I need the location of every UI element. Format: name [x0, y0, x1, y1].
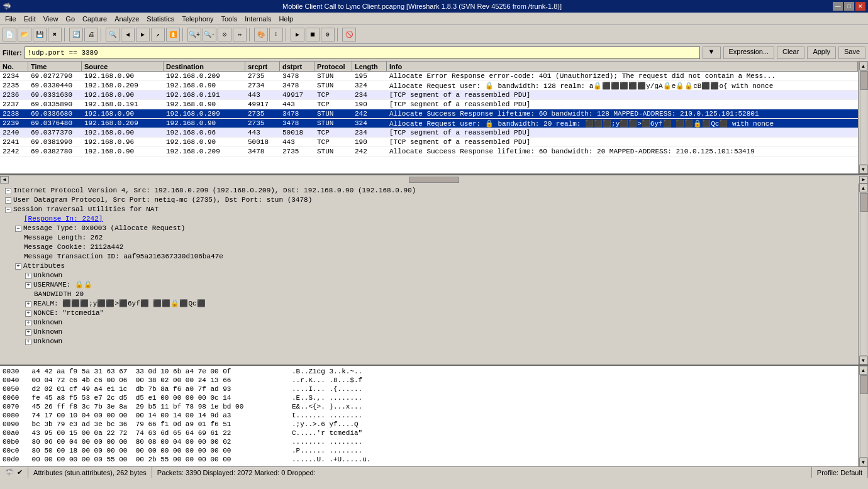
- minimize-button[interactable]: —: [833, 2, 843, 11]
- hex-vscrollbar[interactable]: ▲ ▼: [858, 366, 868, 466]
- stop-capture-button[interactable]: ⏹: [306, 28, 320, 41]
- stop-button[interactable]: 🚫: [342, 28, 356, 41]
- clear-button[interactable]: Clear: [777, 47, 804, 59]
- colorize-button[interactable]: 🎨: [254, 28, 268, 41]
- go-back-button[interactable]: ◀: [121, 28, 135, 41]
- expand-icon[interactable]: +: [25, 310, 31, 317]
- vscroll-down-arrow[interactable]: ▼: [859, 165, 868, 173]
- collapse-icon[interactable]: −: [5, 197, 11, 204]
- reload-button[interactable]: 🔄: [69, 28, 83, 41]
- go-forward-button[interactable]: ▶: [136, 28, 150, 41]
- zoom-in-button[interactable]: 🔍+: [187, 28, 201, 41]
- capture-options-button[interactable]: ⚙: [321, 28, 335, 41]
- titlebar-icon-area: 🦈: [3, 3, 11, 11]
- hscroll-right-arrow[interactable]: ▶: [859, 176, 868, 184]
- detail-line[interactable]: +USERNAME: 🔒🔒: [3, 280, 855, 290]
- hex-vscroll-thumb[interactable]: [860, 375, 868, 394]
- detail-vscrollbar[interactable]: ▲ ▼: [858, 184, 868, 365]
- start-capture-button[interactable]: ▶: [291, 28, 304, 41]
- expand-icon[interactable]: +: [25, 329, 31, 336]
- save-filter-button[interactable]: Save: [838, 47, 865, 59]
- menu-edit[interactable]: Edit: [20, 14, 40, 24]
- detail-vscroll-track[interactable]: [860, 192, 867, 356]
- expand-icon[interactable]: +: [25, 339, 31, 345]
- open-button[interactable]: 📂: [18, 28, 31, 41]
- menu-telephony[interactable]: Telephony: [178, 14, 217, 24]
- menu-capture[interactable]: Capture: [79, 14, 111, 24]
- detail-line[interactable]: +Unknown: [3, 271, 855, 280]
- vscroll-thumb[interactable]: [860, 71, 868, 90]
- auto-scroll-button[interactable]: ↕: [269, 28, 283, 41]
- expand-icon[interactable]: +: [25, 301, 31, 307]
- hex-offset: 0090: [3, 420, 28, 428]
- collapse-icon[interactable]: −: [5, 207, 11, 213]
- packet-list-vscrollbar[interactable]: ▲ ▼: [858, 62, 868, 173]
- menu-analyze[interactable]: Analyze: [111, 14, 143, 24]
- table-row[interactable]: 223769.0335890192.168.0.191192.168.0.904…: [0, 100, 858, 109]
- print-button[interactable]: 🖨: [84, 28, 98, 41]
- packet-list-hscroll[interactable]: ◀ ▶: [0, 175, 868, 184]
- hex-vscroll-track[interactable]: [860, 375, 867, 458]
- zoom-reset-button[interactable]: ⊙: [218, 28, 231, 41]
- hscroll-track[interactable]: [9, 176, 859, 184]
- find-button[interactable]: 🔍: [106, 28, 120, 41]
- table-row[interactable]: 223869.0336680192.168.0.90192.168.0.2092…: [0, 109, 858, 119]
- table-cell: 192.168.0.209: [164, 109, 245, 118]
- detail-vscroll-up[interactable]: ▲: [859, 184, 868, 192]
- save-button[interactable]: 💾: [33, 28, 47, 41]
- menu-help[interactable]: Help: [275, 14, 297, 24]
- filter-input[interactable]: [25, 47, 700, 59]
- filter-dropdown-button[interactable]: ▼: [703, 47, 721, 59]
- detail-line[interactable]: +NONCE: "rtcmedia": [3, 309, 855, 318]
- packet-list[interactable]: No. Time Source Destination srcprt dstpr…: [0, 62, 858, 173]
- table-row[interactable]: 224069.0377370192.168.0.90192.168.0.9644…: [0, 128, 858, 138]
- hscroll-thumb[interactable]: [409, 177, 459, 183]
- vscroll-up-arrow[interactable]: ▲: [859, 62, 868, 70]
- apply-button[interactable]: Apply: [807, 47, 836, 59]
- menu-file[interactable]: File: [1, 14, 20, 24]
- detail-line[interactable]: −User Datagram Protocol, Src Port: netiq…: [3, 195, 855, 205]
- menu-view[interactable]: View: [40, 14, 62, 24]
- expand-icon[interactable]: +: [25, 273, 31, 279]
- new-capture-button[interactable]: 📄: [3, 28, 16, 41]
- table-cell: 192.168.0.209: [164, 147, 245, 156]
- collapse-icon[interactable]: −: [5, 188, 11, 194]
- menu-tools[interactable]: Tools: [218, 14, 242, 24]
- table-row[interactable]: 223569.0330440192.168.0.209192.168.0.902…: [0, 81, 858, 91]
- close-button[interactable]: ✕: [855, 2, 865, 11]
- detail-line[interactable]: +REALM: ⬛⬛⬛;y⬛⬛>⬛6yf⬛ ⬛⬛🔒⬛Qc⬛: [3, 299, 855, 309]
- detail-line[interactable]: −Internet Protocol Version 4, Src: 192.1…: [3, 186, 855, 195]
- menu-go[interactable]: Go: [62, 14, 79, 24]
- expand-icon[interactable]: +: [25, 320, 31, 326]
- expand-icon[interactable]: +: [15, 263, 21, 270]
- hex-vscroll-up[interactable]: ▲: [859, 366, 868, 375]
- hex-vscroll-down[interactable]: ▼: [859, 458, 868, 466]
- detail-text[interactable]: [Response In: 2242]: [24, 214, 103, 224]
- vscroll-track[interactable]: [860, 70, 867, 165]
- close-capture-button[interactable]: ✖: [48, 28, 62, 41]
- resize-columns-button[interactable]: ⇔: [233, 28, 247, 41]
- detail-line[interactable]: +Unknown: [3, 337, 855, 346]
- hscroll-left-arrow[interactable]: ◀: [0, 176, 9, 184]
- expression-button[interactable]: Expression...: [723, 47, 775, 59]
- table-row[interactable]: 224269.0382780192.168.0.90192.168.0.2093…: [0, 147, 858, 157]
- table-row[interactable]: 224169.0381990192.168.0.96192.168.0.9050…: [0, 138, 858, 147]
- go-to-packet-button[interactable]: ↗: [151, 28, 165, 41]
- menu-internals[interactable]: Internals: [241, 14, 275, 24]
- detail-vscroll-down[interactable]: ▼: [859, 356, 868, 365]
- detail-line[interactable]: −Session Traversal Utilities for NAT: [3, 205, 855, 214]
- expand-icon[interactable]: +: [25, 282, 31, 288]
- collapse-icon[interactable]: −: [15, 226, 21, 232]
- table-row[interactable]: 223469.0272790192.168.0.90192.168.0.2092…: [0, 72, 858, 81]
- detail-line[interactable]: +Attributes: [3, 261, 855, 271]
- detail-line[interactable]: −Message Type: 0x0003 (Allocate Request): [3, 224, 855, 233]
- zoom-out-button[interactable]: 🔍-: [203, 28, 216, 41]
- table-row[interactable]: 223969.0376480192.168.0.209192.168.0.902…: [0, 119, 858, 128]
- go-first-button[interactable]: ⏫: [166, 28, 180, 41]
- maximize-button[interactable]: □: [844, 2, 854, 11]
- detail-line[interactable]: +Unknown: [3, 327, 855, 337]
- menu-statistics[interactable]: Statistics: [143, 14, 178, 24]
- detail-vscroll-thumb[interactable]: [860, 193, 868, 212]
- table-row[interactable]: 223669.0331630192.168.0.90192.168.0.1914…: [0, 91, 858, 100]
- detail-line[interactable]: +Unknown: [3, 318, 855, 327]
